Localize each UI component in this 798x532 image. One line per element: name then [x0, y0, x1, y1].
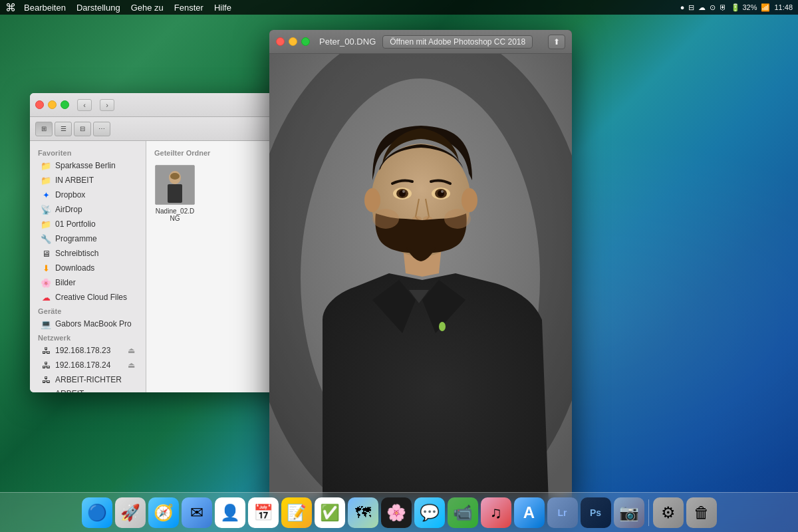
menubar: ⌘ Bearbeiten Darstellung Gehe zu Fenster…: [0, 0, 798, 15]
svg-point-14: [402, 190, 405, 193]
photo-minimize-button[interactable]: [289, 37, 297, 46]
share-button[interactable]: ⬆: [548, 35, 565, 49]
sidebar-label-cc: Creative Cloud Files: [55, 293, 127, 302]
wifi-icon[interactable]: 📶: [761, 3, 770, 12]
apple-menu-icon[interactable]: ⌘: [5, 1, 16, 14]
sidebar-label-portfolio: 01 Portfolio: [55, 219, 96, 229]
sidebar-item-in-arbeit[interactable]: 📁 IN ARBEIT: [33, 173, 143, 188]
dropbox-icon[interactable]: ☁: [698, 3, 706, 12]
dock-icon-maps[interactable]: 🗺: [348, 497, 378, 528]
dock-icon-systemprefs[interactable]: ⚙: [653, 497, 684, 528]
sidebar-item-dropbox[interactable]: ✦ Dropbox: [33, 188, 143, 202]
sidebar-label-in-arbeit: IN ARBEIT: [55, 176, 94, 185]
maps-dock-label: 🗺: [355, 503, 371, 522]
sidebar-item-arbeit-richter-afp[interactable]: 🖧 ARBEIT-RICHTER(AFP): [33, 387, 143, 392]
dock-icon-appstore[interactable]: A: [514, 497, 545, 528]
menu-fenster[interactable]: Fenster: [174, 3, 203, 13]
file-item-nadine[interactable]: Nadine_02.DNG: [152, 162, 198, 225]
finder-sidebar: Favoriten 📁 Sparkasse Berlin 📁 IN ARBEIT…: [30, 141, 146, 392]
safari-dock-label: 🧭: [154, 503, 174, 522]
sidebar-item-192-24[interactable]: 🖧 192.168.178.24 ⏏: [33, 358, 143, 372]
dropbox-sidebar-icon: ✦: [41, 190, 51, 200]
finder-dock-label: 🔵: [87, 503, 107, 522]
launchpad-dock-label: 🚀: [120, 503, 140, 522]
dock-icon-notes[interactable]: 📝: [281, 497, 312, 528]
dock-icon-safari[interactable]: 🧭: [148, 497, 179, 528]
dock-icon-reminders[interactable]: ✅: [315, 497, 345, 528]
dock: 🔵 🚀 🧭 ✉ 👤 📅 📝 ✅ 🗺 🌸 💬: [0, 492, 798, 532]
sidebar-item-sparkasse[interactable]: 📁 Sparkasse Berlin: [33, 158, 143, 173]
view-icon-btn[interactable]: ⊞: [35, 122, 53, 136]
sidebar-item-schreibtisch[interactable]: 🖥 Schreibtisch: [33, 246, 143, 261]
photo-maximize-button[interactable]: [301, 37, 310, 46]
svg-point-6: [439, 322, 446, 331]
reminders-dock-label: ✅: [320, 503, 340, 522]
dock-icon-mail[interactable]: ✉: [182, 497, 212, 528]
svg-rect-2: [168, 184, 182, 203]
dock-icon-launchpad[interactable]: 🚀: [115, 497, 146, 528]
view-list-btn[interactable]: ☰: [55, 122, 72, 136]
photo-close-button[interactable]: [276, 37, 285, 46]
sidebar-item-arbeit-richter[interactable]: 🖧 ARBEIT-RICHTER: [33, 372, 143, 387]
menu-items: Bearbeiten Darstellung Gehe zu Fenster H…: [24, 3, 231, 13]
airdrop-icon: 📡: [41, 204, 51, 215]
sidebar-item-programme[interactable]: 🔧 Programme: [33, 231, 143, 246]
folder-icon: 📁: [41, 219, 51, 229]
sidebar-item-macbook[interactable]: 💻 Gabors MacBook Pro: [33, 317, 143, 331]
network-label: Netzwerk: [30, 331, 146, 343]
photos-icon: 🌸: [41, 277, 51, 288]
eject-button-1[interactable]: ⏏: [128, 346, 135, 355]
dock-icon-itunes[interactable]: ♫: [481, 497, 511, 528]
clock: 11:48: [774, 3, 793, 11]
dock-icon-calendar[interactable]: 📅: [248, 497, 279, 528]
sidebar-item-bilder[interactable]: 🌸 Bilder: [33, 275, 143, 290]
sidebar-item-airdrop[interactable]: 📡 AirDrop: [33, 202, 143, 217]
menu-darstellung[interactable]: Darstellung: [76, 3, 120, 13]
ps-dock-label: Ps: [590, 507, 601, 518]
view-coverflow-btn[interactable]: ⋯: [93, 122, 110, 136]
sidebar-label-macbook: Gabors MacBook Pro: [55, 319, 132, 329]
view-column-btn[interactable]: ⊟: [74, 122, 91, 136]
mail-dock-label: ✉: [190, 503, 203, 522]
eject-button-2[interactable]: ⏏: [128, 360, 135, 370]
close-button[interactable]: [35, 100, 44, 109]
forward-button[interactable]: ›: [100, 99, 114, 111]
trash-dock-label: 🗑: [694, 503, 710, 522]
menu-bearbeiten[interactable]: Bearbeiten: [24, 3, 66, 13]
dock-icon-iphoto[interactable]: 📷: [614, 497, 644, 528]
dock-icon-messages[interactable]: 💬: [414, 497, 445, 528]
contacts-dock-label: 👤: [220, 503, 240, 522]
network-icon: 🖧: [41, 374, 51, 385]
sidebar-item-downloads[interactable]: ⬇ Downloads: [33, 261, 143, 275]
spotlight-icon[interactable]: ⊙: [710, 3, 716, 12]
menu-gehe-zu[interactable]: Gehe zu: [131, 3, 164, 13]
sidebar-label-programme: Programme: [55, 234, 97, 243]
screen-icon: ⊟: [688, 3, 694, 12]
dock-icon-contacts[interactable]: 👤: [215, 497, 245, 528]
finder-window: ‹ › ⊞ ☰ ⊟ ⋯ Favoriten 📁 Sparkasse Berlin…: [30, 93, 306, 392]
dock-icon-facetime[interactable]: 📹: [448, 497, 478, 528]
sidebar-item-portfolio[interactable]: 📁 01 Portfolio: [33, 217, 143, 231]
svg-point-15: [441, 190, 444, 193]
minimize-button[interactable]: [48, 100, 57, 109]
dock-icon-lr[interactable]: Lr: [547, 497, 578, 528]
menu-hilfe[interactable]: Hilfe: [214, 3, 231, 13]
sidebar-label-192-24: 192.168.178.24: [55, 360, 110, 370]
sidebar-label-dropbox: Dropbox: [55, 190, 85, 200]
back-button[interactable]: ‹: [77, 99, 92, 111]
maximize-button[interactable]: [61, 100, 69, 109]
dock-icon-finder[interactable]: 🔵: [82, 497, 112, 528]
finder-body: Favoriten 📁 Sparkasse Berlin 📁 IN ARBEIT…: [30, 141, 306, 392]
dock-icon-trash[interactable]: 🗑: [686, 497, 717, 528]
sidebar-label-sparkasse: Sparkasse Berlin: [55, 161, 116, 170]
sidebar-item-creative-cloud[interactable]: ☁ Creative Cloud Files: [33, 290, 143, 305]
dock-icon-ps[interactable]: Ps: [581, 497, 611, 528]
dock-icon-photos[interactable]: 🌸: [381, 497, 412, 528]
appstore-dock-label: A: [523, 503, 535, 522]
messages-dock-label: 💬: [420, 503, 440, 522]
sidebar-item-192-23[interactable]: 🖧 192.168.178.23 ⏏: [33, 343, 143, 358]
open-in-photoshop-button[interactable]: Öffnen mit Adobe Photoshop CC 2018: [382, 35, 533, 49]
antivirus-icon[interactable]: ⛨: [720, 3, 727, 11]
finder-toolbar: ⊞ ☰ ⊟ ⋯: [30, 117, 306, 141]
notes-dock-label: 📝: [287, 503, 307, 522]
